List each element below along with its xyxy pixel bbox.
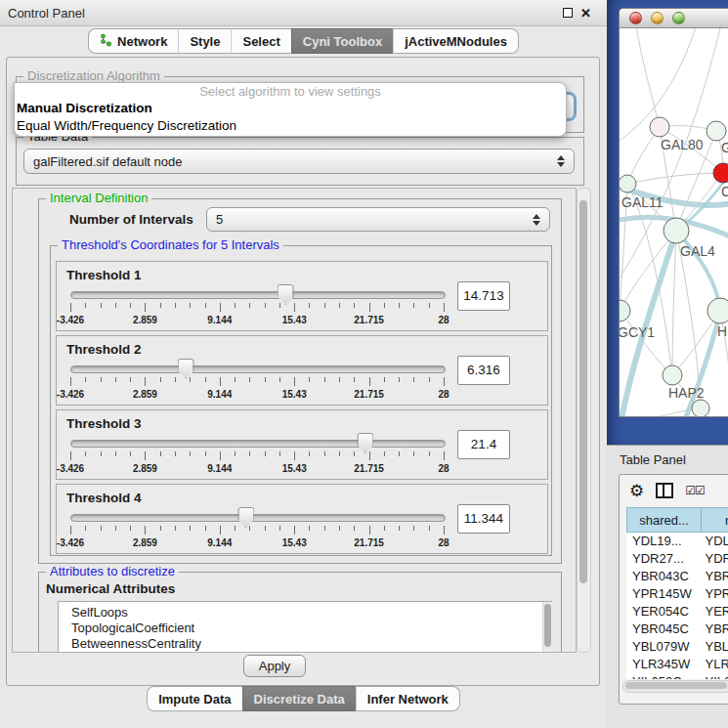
node-label: H: [717, 323, 727, 339]
screen: Control Panel ✕ NetworkStyleSelectCyni T…: [0, 0, 728, 728]
dropdown-arrows-icon: [557, 155, 565, 167]
threshold-4-label: Threshold 4: [66, 491, 142, 505]
dropdown-option-manual-discretization[interactable]: Manual Discretization: [15, 100, 566, 117]
table-horizontal-scrollbar[interactable]: [622, 680, 728, 693]
table-row[interactable]: YLR345WYLR3: [626, 656, 728, 673]
threshold-4-slider-track[interactable]: [70, 514, 446, 522]
control-panel: Control Panel ✕ NetworkStyleSelectCyni T…: [0, 0, 607, 728]
gear-icon[interactable]: ⚙: [629, 483, 644, 499]
bottom-tab-bar: Impute DataDiscretize DataInfer Network: [0, 686, 607, 711]
desktop-background: GAL80GACGAL11GAL4GCY1HHAP2: [607, 0, 728, 445]
node-label: GAL4: [680, 243, 715, 259]
table-row[interactable]: YDR27...YDR2: [626, 550, 728, 568]
network-node[interactable]: [664, 218, 689, 243]
algorithm-group-legend: Discretization Algorithm: [23, 68, 164, 83]
network-node[interactable]: [620, 175, 636, 193]
tab-jactivemnodules[interactable]: jActiveMNodules: [393, 28, 519, 54]
panel-title: Control Panel: [0, 6, 85, 21]
tab-infer-network[interactable]: Infer Network: [356, 686, 460, 711]
zoom-traffic-light-icon[interactable]: [672, 12, 685, 24]
close-traffic-light-icon[interactable]: [629, 12, 642, 24]
table-panel-body: ⚙ ☑☑ shared... na YDL19...YDL1YDR27...YD…: [619, 474, 728, 705]
table-row[interactable]: YBR045CYBR0: [626, 621, 728, 638]
columns-icon[interactable]: [656, 483, 673, 498]
threshold-3-label: Threshold 3: [66, 416, 142, 431]
column-header-shared[interactable]: shared...: [626, 507, 702, 533]
numerical-attributes-list[interactable]: SelfLoopsTopologicalCoefficientBetweenne…: [58, 601, 552, 653]
node-label: GAL11: [621, 194, 664, 210]
dropdown-placeholder: Select algorithm to view settings: [15, 83, 566, 100]
threshold-3-panel: Threshold 3-3.4262.8599.14415.4321.71528…: [56, 409, 548, 480]
attribute-item-selfloops[interactable]: SelfLoops: [59, 605, 551, 621]
network-node[interactable]: [620, 300, 630, 321]
table-row[interactable]: YER054CYER0: [626, 603, 728, 621]
number-of-intervals-dropdown[interactable]: 5: [206, 207, 550, 232]
table-panel-toolbar: ⚙ ☑☑: [620, 475, 728, 506]
panel-scrollbar[interactable]: [577, 188, 591, 653]
network-view-window[interactable]: GAL80GACGAL11GAL4GCY1HHAP2: [619, 8, 728, 417]
node-label: GAL80: [661, 137, 704, 152]
attribute-item-betweennesscentrality[interactable]: BetweennessCentrality: [59, 636, 551, 652]
threshold-2-slider-scale: -3.4262.8599.14415.4321.71528: [70, 377, 444, 403]
network-canvas[interactable]: GAL80GACGAL11GAL4GCY1HHAP2: [620, 28, 728, 416]
dropdown-arrows-icon: [533, 214, 540, 226]
tab-style[interactable]: Style: [178, 28, 231, 54]
network-node[interactable]: [650, 117, 669, 137]
threshold-1-slider-thumb[interactable]: [278, 284, 294, 305]
table-panel-title: Table Panel: [620, 452, 686, 467]
threshold-1-slider-track[interactable]: [70, 291, 446, 299]
threshold-2-slider-thumb[interactable]: [178, 359, 194, 379]
threshold-1-value-field[interactable]: 14.713: [457, 281, 510, 311]
dropdown-option-equal-width-frequency[interactable]: Equal Width/Frequency Discretization: [15, 117, 566, 135]
attribute-item-topologicalcoefficient[interactable]: TopologicalCoefficient: [59, 621, 551, 636]
threshold-4-value-field[interactable]: 11.344: [457, 504, 510, 534]
minimize-traffic-light-icon[interactable]: [651, 12, 664, 24]
apply-button[interactable]: Apply: [243, 655, 306, 677]
control-panel-titlebar: Control Panel ✕: [0, 0, 607, 26]
threshold-4-slider-scale: -3.4262.8599.14415.4321.71528: [70, 526, 444, 551]
network-node[interactable]: [707, 121, 726, 141]
attributes-list-scrollbar[interactable]: [542, 602, 552, 653]
interval-definition-legend: Interval Definition: [46, 191, 151, 205]
threshold-2-slider-track[interactable]: [70, 365, 446, 373]
network-icon: [100, 33, 112, 50]
table-header-row: shared... na: [626, 507, 728, 533]
threshold-3-slider-thumb[interactable]: [357, 433, 373, 453]
threshold-4-slider-thumb[interactable]: [237, 507, 254, 528]
algorithm-dropdown-popup: Select algorithm to view settings Manual…: [14, 82, 567, 137]
node-label: HAP2: [668, 385, 705, 401]
tab-network[interactable]: Network: [88, 28, 178, 54]
threshold-2-panel: Threshold 2-3.4262.8599.14415.4321.71528…: [56, 335, 548, 406]
tab-cyni-toolbox[interactable]: Cyni Toolbox: [291, 28, 393, 54]
table-row[interactable]: YBL079WYBL0: [626, 638, 728, 656]
number-of-intervals-value: 5: [216, 212, 223, 227]
threshold-3-value-field[interactable]: 21.4: [457, 430, 510, 459]
float-window-icon[interactable]: [563, 8, 573, 18]
table-row[interactable]: YIL052CYIL0: [626, 673, 728, 679]
network-node[interactable]: [663, 365, 682, 385]
thresholds-legend: Threshold's Coordinates for 5 Intervals: [58, 237, 283, 252]
threshold-2-value-field[interactable]: 6.316: [457, 356, 510, 385]
table-row[interactable]: YBR043CYBR0: [626, 568, 728, 585]
number-of-intervals-label: Number of Intervals: [69, 212, 193, 227]
table-row[interactable]: YPR145WYPR1: [626, 585, 728, 603]
table-row[interactable]: YDL19...YDL1: [626, 533, 728, 550]
select-columns-checkboxes-icon[interactable]: ☑☑: [685, 484, 705, 497]
tab-impute-data[interactable]: Impute Data: [147, 686, 241, 711]
table-panel: Table Panel ⚙ ☑☑ shared... na YDL19...YD…: [607, 445, 728, 728]
tab-discretize-data[interactable]: Discretize Data: [242, 686, 356, 711]
network-node[interactable]: [707, 298, 728, 323]
threshold-1-panel: Threshold 1-3.4262.8599.14415.4321.71528…: [56, 261, 548, 331]
column-header-name[interactable]: na: [702, 507, 728, 533]
close-icon[interactable]: ✕: [580, 7, 591, 20]
top-tab-bar: NetworkStyleSelectCyni ToolboxjActiveMNo…: [0, 28, 607, 54]
threshold-2-label: Threshold 2: [66, 342, 142, 357]
node-label: C: [721, 184, 728, 199]
scroll-viewport: Interval Definition Number of Intervals …: [12, 188, 577, 653]
threshold-3-slider-track[interactable]: [70, 440, 446, 448]
threshold-3-slider-scale: -3.4262.8599.14415.4321.71528: [70, 451, 444, 477]
tab-select[interactable]: Select: [231, 28, 290, 54]
table-data-dropdown[interactable]: galFiltered.sif default node: [23, 149, 575, 174]
network-node[interactable]: [692, 400, 709, 416]
network-node[interactable]: [713, 163, 728, 183]
